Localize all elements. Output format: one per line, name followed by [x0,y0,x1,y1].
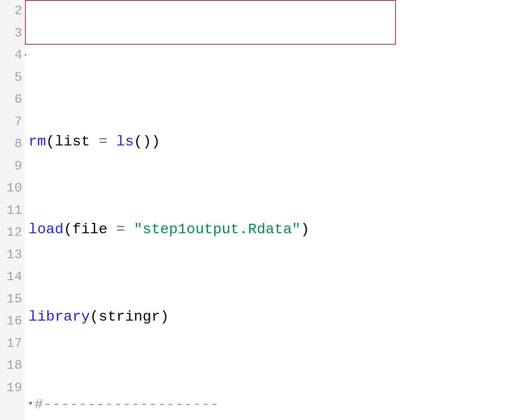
tok: ()) [134,133,160,150]
line-number: 15 [0,288,22,311]
line-number-gutter: 2 3 4 5 6 7 8 9 10 11 12 13 14 15 16 17 … [0,0,25,420]
line-number: 14 [0,266,22,288]
line-number: 12 [0,222,22,244]
line-number: 16 [0,310,22,333]
line-number: 7 [0,111,22,133]
line-number: 2 [0,0,22,22]
line-number: 13 [0,244,22,266]
comment: #-------------------- [34,396,219,413]
line-number: 10 [0,177,22,200]
line-number: 4 [0,44,22,67]
op-eq: = [116,221,134,238]
fn-ls: ls [116,133,134,150]
tok: (file [64,221,116,238]
selection-highlight-box [25,0,396,45]
line-number: 8 [0,133,22,155]
line-number: 18 [0,355,22,377]
code-line[interactable]: #-------------------- [28,394,532,416]
tok: ) [301,221,309,238]
string-literal: "step1output.Rdata" [134,221,301,238]
line-number: 11 [0,200,22,222]
line-number: 6 [0,89,22,111]
line-number: 3 [0,22,22,45]
fn-library: library [28,309,90,325]
code-editor[interactable]: 2 3 4 5 6 7 8 9 10 11 12 13 14 15 16 17 … [0,0,532,420]
fold-marker-icon[interactable] [28,402,33,405]
fn-load: load [28,221,64,238]
line-number: 9 [0,155,22,178]
tok: (list [46,133,99,150]
fn-rm: rm [28,133,46,150]
line-number: 19 [0,377,22,399]
code-area[interactable]: rm(list = ls()) load(file = "step1output… [25,0,532,420]
code-line[interactable]: load(file = "step1output.Rdata") [28,219,532,241]
line-number: 5 [0,67,22,89]
line-number: 17 [0,333,22,355]
op-eq: = [99,133,116,150]
code-line[interactable]: rm(list = ls()) [28,131,532,153]
tok: (stringr) [90,309,169,325]
code-line[interactable]: library(stringr) [28,306,532,328]
